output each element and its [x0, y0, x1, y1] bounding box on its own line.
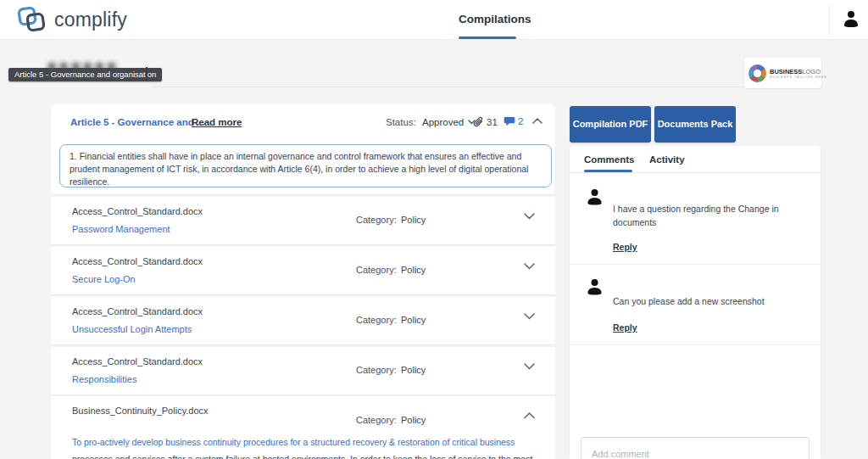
tab-compilations[interactable]: Compilations — [459, 13, 531, 25]
text-caret — [146, 67, 147, 81]
collapse-row-chevron-up-icon[interactable] — [524, 412, 535, 419]
article-tooltip: Article 5 - Governance and organisation — [8, 68, 162, 81]
complify-logo-icon — [17, 6, 47, 33]
document-body-link[interactable]: To pro-actively develop business continu… — [72, 437, 515, 447]
compilation-pdf-button[interactable]: Compilation PDF — [570, 106, 651, 143]
business-logo-icon — [748, 64, 766, 82]
document-section-link[interactable]: Secure Log-On — [72, 274, 136, 284]
category-value: Policy — [401, 265, 426, 275]
category-label: Category: — [356, 265, 397, 275]
header-divider — [151, 87, 771, 87]
document-filename: Access_Control_Standard.docx — [72, 206, 203, 216]
document-filename: Business_Continuity_Policy.docx — [72, 406, 209, 416]
expand-row-chevron-down-icon[interactable] — [524, 263, 535, 270]
document-section-link[interactable]: Unsuccessful Login Attempts — [72, 324, 192, 334]
comment-divider — [570, 344, 821, 345]
document-body-text: To pro-actively develop business continu… — [72, 434, 537, 459]
navbar-divider — [829, 5, 830, 36]
article-card-header: Article 5 - Governance and ... Read more… — [51, 104, 555, 194]
brand-name: complify — [54, 8, 127, 31]
business-logo-tagline: BUSINESS TAGLINE HERE — [770, 76, 827, 79]
expand-row-chevron-down-icon[interactable] — [524, 313, 535, 320]
reply-link[interactable]: Reply — [613, 242, 637, 252]
comment-text: Can you please add a new screenshot — [613, 294, 796, 308]
document-row: Access_Control_Standard.docx Responsibil… — [51, 347, 555, 395]
reply-link[interactable]: Reply — [613, 322, 637, 333]
commenter-avatar-icon — [587, 188, 603, 206]
comment-text: I have a question regarding the Change i… — [613, 202, 796, 230]
comment-bubble-icon — [504, 116, 515, 126]
comments-count[interactable]: 2 — [504, 116, 523, 126]
status-label: Status: — [386, 117, 416, 127]
article-description: 1. Financial entities shall have in plac… — [59, 144, 552, 188]
category-value: Policy — [401, 215, 426, 225]
attachments-count[interactable]: 31 — [473, 116, 498, 128]
documents-pack-button[interactable]: Documents Pack — [654, 106, 736, 143]
document-filename: Access_Control_Standard.docx — [72, 356, 203, 367]
user-account-icon[interactable] — [843, 9, 860, 28]
expand-row-chevron-down-icon[interactable] — [524, 213, 535, 220]
category-label: Category: — [356, 215, 397, 225]
category-label: Category: — [356, 365, 397, 375]
tab-activity[interactable]: Activity — [649, 154, 685, 165]
paperclip-icon — [473, 116, 484, 128]
comment-divider — [570, 264, 821, 265]
category-label: Category: — [356, 315, 397, 325]
comments-panel: Comments Activity I have a question rega… — [570, 146, 821, 459]
document-row: Access_Control_Standard.docx Password Ma… — [51, 197, 555, 244]
status-dropdown[interactable]: Approved — [422, 117, 476, 127]
document-section-link[interactable]: Responsibilities — [72, 374, 136, 384]
tab-active-indicator — [459, 36, 516, 39]
top-navbar: complify Compilations — [0, 0, 868, 40]
app-logo[interactable]: complify — [17, 6, 127, 33]
read-more-link[interactable]: Read more — [192, 117, 242, 127]
category-value: Policy — [401, 415, 426, 425]
category-value: Policy — [401, 315, 426, 325]
collapse-article-chevron-up-icon[interactable] — [532, 118, 542, 124]
add-comment-input[interactable] — [581, 437, 810, 459]
business-logo-name: BUSINESSLOGO — [770, 68, 827, 76]
category-value: Policy — [401, 365, 426, 375]
expand-row-chevron-down-icon[interactable] — [524, 363, 535, 370]
business-logo-card: BUSINESSLOGO BUSINESS TAGLINE HERE — [744, 58, 821, 88]
document-section-link[interactable]: Password Management — [72, 224, 170, 234]
document-row-expanded: Business_Continuity_Policy.docx Category… — [51, 396, 555, 459]
tabs-divider — [570, 172, 821, 173]
category-label: Category: — [356, 415, 397, 425]
document-filename: Access_Control_Standard.docx — [72, 256, 203, 266]
document-filename: Access_Control_Standard.docx — [72, 306, 203, 316]
document-row: Access_Control_Standard.docx Unsuccessfu… — [51, 297, 555, 344]
commenter-avatar-icon — [587, 278, 603, 296]
tab-comments[interactable]: Comments — [584, 154, 634, 165]
document-row: Access_Control_Standard.docx Secure Log-… — [51, 247, 555, 294]
article-title-link[interactable]: Article 5 - Governance and ... — [70, 117, 205, 127]
